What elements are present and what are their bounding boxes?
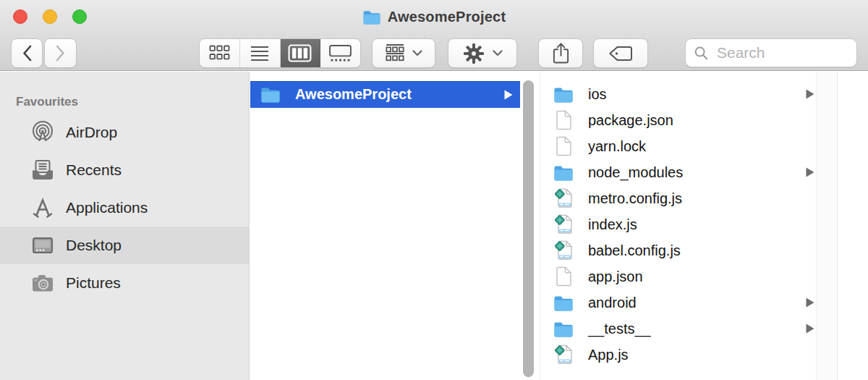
file-row[interactable]: AwesomeProject — [250, 81, 520, 108]
list-view-icon — [250, 45, 270, 62]
action-menu-button[interactable] — [448, 38, 517, 68]
gear-icon — [463, 43, 485, 64]
titlebar: AwesomeProject — [0, 0, 868, 33]
file-row[interactable]: App.js — [541, 342, 837, 368]
file-name: babel.config.js — [588, 242, 681, 259]
sidebar-item-label: Applications — [66, 199, 148, 216]
js-file-icon — [553, 214, 574, 235]
file-icon — [553, 110, 574, 130]
view-as-icons-button[interactable] — [200, 39, 240, 67]
view-as-columns-button[interactable] — [281, 39, 321, 67]
title-folder-icon — [362, 9, 381, 25]
sidebar-item-airdrop[interactable]: AirDrop — [0, 114, 249, 151]
file-name: ios — [588, 86, 607, 103]
file-icon — [553, 136, 574, 156]
file-row[interactable]: metro.config.js — [541, 185, 837, 211]
sidebar: Favourites AirDropRecentsApplicationsDes… — [0, 72, 250, 380]
folder-icon — [553, 164, 574, 181]
file-name: AwesomeProject — [295, 86, 412, 103]
file-name: node_modules — [588, 164, 683, 181]
airdrop-icon — [30, 121, 55, 144]
share-button[interactable] — [538, 38, 583, 68]
sidebar-item-label: Recents — [66, 161, 122, 179]
sidebar-item-applications[interactable]: Applications — [0, 189, 249, 227]
sidebar-item-label: Pictures — [66, 274, 121, 292]
js-file-icon — [553, 240, 574, 261]
share-icon — [552, 42, 570, 64]
js-file-icon — [553, 345, 574, 365]
gallery-view-icon — [328, 44, 352, 62]
column-3 — [838, 72, 868, 380]
column-2-list: iospackage.jsonyarn.locknode_modulesmetr… — [541, 72, 837, 368]
file-row[interactable]: node_modules — [541, 159, 837, 185]
group-icon — [385, 43, 405, 63]
search-icon — [694, 46, 709, 61]
recents-icon — [30, 159, 55, 181]
file-row[interactable]: ios — [541, 81, 837, 107]
file-row[interactable]: babel.config.js — [541, 237, 837, 263]
disclosure-triangle-icon — [806, 297, 814, 308]
folder-icon — [553, 321, 574, 337]
icon-view-icon — [209, 45, 230, 62]
group-by-button[interactable] — [372, 38, 435, 68]
folder-icon — [260, 86, 281, 103]
scrollbar-thumb[interactable] — [523, 80, 534, 377]
file-name: metro.config.js — [588, 190, 682, 207]
folder-icon — [553, 86, 574, 103]
sidebar-list: AirDropRecentsApplicationsDesktopPicture… — [0, 114, 249, 302]
column-view-icon — [288, 44, 312, 62]
view-as-gallery-button[interactable] — [320, 39, 360, 67]
file-row[interactable]: yarn.lock — [541, 133, 837, 159]
file-name: index.js — [588, 216, 637, 233]
disclosure-triangle-icon — [806, 89, 814, 99]
file-row[interactable]: package.json — [541, 107, 837, 133]
search-field[interactable] — [685, 38, 857, 67]
file-row[interactable]: android — [541, 290, 837, 316]
chevron-down-icon — [412, 50, 422, 56]
file-name: __tests__ — [588, 321, 651, 337]
sidebar-section-header: Favourites — [16, 95, 249, 109]
tag-icon — [608, 46, 633, 62]
file-row[interactable]: app.json — [541, 263, 837, 290]
file-row[interactable]: __tests__ — [541, 316, 837, 342]
forward-button[interactable] — [44, 38, 77, 68]
search-input[interactable] — [715, 43, 848, 62]
column-1-list: AwesomeProject — [250, 72, 540, 108]
file-name: app.json — [588, 269, 643, 285]
sidebar-item-recents[interactable]: Recents — [0, 151, 249, 189]
file-name: App.js — [588, 347, 629, 363]
desktop-icon — [30, 235, 55, 256]
file-name: android — [588, 295, 637, 311]
tags-button[interactable] — [593, 38, 648, 68]
back-button[interactable] — [11, 38, 43, 68]
disclosure-triangle-icon — [504, 90, 513, 100]
sidebar-item-pictures[interactable]: Pictures — [0, 264, 249, 302]
file-name: yarn.lock — [588, 138, 646, 155]
applications-icon — [30, 197, 55, 219]
sidebar-item-desktop[interactable]: Desktop — [0, 227, 249, 264]
disclosure-triangle-icon — [806, 167, 814, 177]
chevron-down-icon — [493, 50, 503, 56]
view-switcher — [199, 38, 361, 68]
window-title: AwesomeProject — [388, 9, 506, 25]
disclosure-triangle-icon — [806, 324, 814, 334]
chevron-right-icon — [55, 45, 66, 62]
column-2: iospackage.jsonyarn.locknode_modulesmetr… — [541, 72, 838, 380]
sidebar-item-label: AirDrop — [66, 124, 117, 141]
file-name: package.json — [588, 112, 673, 129]
sidebar-item-label: Desktop — [66, 237, 122, 254]
chevron-left-icon — [22, 45, 33, 62]
file-row[interactable]: index.js — [541, 211, 837, 237]
js-file-icon — [553, 188, 574, 208]
folder-icon — [553, 295, 574, 311]
view-as-list-button[interactable] — [240, 39, 281, 67]
pictures-icon — [30, 274, 55, 293]
window-header: AwesomeProject — [0, 0, 868, 71]
file-icon — [553, 266, 574, 287]
column-1: AwesomeProject — [250, 72, 540, 380]
